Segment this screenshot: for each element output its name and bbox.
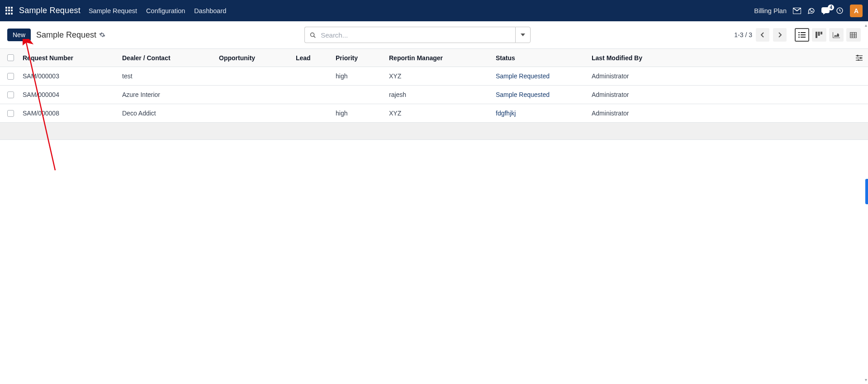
side-tab-handle[interactable] — [865, 179, 868, 204]
gear-icon[interactable] — [99, 32, 105, 38]
cell-modified-by: Administrator — [590, 110, 689, 117]
chat-badge: 4 — [828, 5, 834, 10]
col-manager[interactable]: Reportin Manager — [387, 54, 494, 62]
table-footer-spacer — [0, 123, 868, 140]
table-row[interactable]: SAM/000008 Deco Addict high XYZ fdgfhjkj… — [0, 104, 868, 123]
row-checkbox[interactable] — [7, 110, 14, 117]
svg-rect-20 — [856, 58, 863, 58]
svg-point-1 — [311, 33, 314, 36]
nav-link-dashboard[interactable]: Dashboard — [194, 7, 226, 14]
svg-rect-9 — [816, 32, 817, 38]
view-switcher — [795, 28, 861, 42]
breadcrumb: Sample Request — [36, 30, 105, 40]
view-kanban-button[interactable] — [812, 28, 826, 42]
table-header: Request Number Dealer / Contact Opportun… — [0, 49, 868, 67]
svg-line-2 — [314, 36, 316, 38]
select-all-checkbox[interactable] — [7, 54, 14, 61]
svg-rect-22 — [856, 60, 863, 60]
cell-modified-by: Administrator — [590, 72, 689, 80]
svg-rect-11 — [821, 32, 822, 34]
brand-title[interactable]: Sample Request — [19, 6, 81, 15]
nav-link-configuration[interactable]: Configuration — [146, 7, 185, 14]
cell-dealer: Azure Interior — [120, 91, 217, 98]
search-box[interactable] — [304, 27, 515, 43]
filter-columns-icon[interactable] — [850, 55, 868, 61]
row-checkbox[interactable] — [7, 73, 14, 80]
search-input[interactable] — [320, 31, 511, 39]
cell-request-number: SAM/000003 — [21, 72, 120, 80]
cell-priority: high — [334, 72, 387, 80]
pager-prev-button[interactable] — [756, 28, 769, 42]
pager-next-button[interactable] — [773, 28, 787, 42]
billing-plan-link[interactable]: Billing Plan — [754, 7, 787, 14]
svg-rect-18 — [856, 55, 863, 56]
search-icon — [309, 32, 316, 38]
svg-rect-7 — [798, 37, 800, 38]
col-request-number[interactable]: Request Number — [21, 54, 120, 62]
mail-icon[interactable] — [793, 8, 801, 14]
col-modified-by[interactable]: Last Modified By — [590, 54, 689, 62]
cell-request-number: SAM/000004 — [21, 91, 120, 98]
col-status[interactable]: Status — [494, 54, 590, 62]
nav-right: Billing Plan 4 A — [754, 5, 863, 17]
cell-manager: XYZ — [387, 72, 494, 80]
apps-grid-icon[interactable] — [5, 7, 14, 15]
avatar[interactable]: A — [850, 5, 863, 17]
svg-rect-3 — [798, 32, 800, 33]
clock-icon[interactable] — [836, 7, 844, 14]
scroll-up-icon: ▴ — [865, 23, 867, 28]
chat-icon[interactable]: 4 — [821, 7, 830, 14]
col-lead[interactable]: Lead — [294, 54, 334, 62]
svg-rect-4 — [801, 32, 806, 33]
cell-manager: XYZ — [387, 110, 494, 117]
top-navbar: Sample Request Sample Request Configurat… — [0, 0, 868, 21]
data-table: Request Number Dealer / Contact Opportun… — [0, 49, 868, 140]
col-priority[interactable]: Priority — [334, 54, 387, 62]
search-dropdown-toggle[interactable] — [515, 27, 531, 43]
table-row[interactable]: SAM/000004 Azure Interior rajesh Sample … — [0, 86, 868, 104]
col-dealer[interactable]: Dealer / Contact — [120, 54, 217, 62]
table-row[interactable]: SAM/000003 test high XYZ Sample Requeste… — [0, 67, 868, 86]
pager: 1-3 / 3 — [734, 28, 787, 42]
cell-modified-by: Administrator — [590, 91, 689, 98]
svg-rect-8 — [801, 37, 806, 38]
cell-dealer: test — [120, 72, 217, 80]
cell-status[interactable]: fdgfhjkj — [494, 110, 590, 117]
svg-rect-6 — [801, 34, 806, 35]
nav-links: Sample Request Configuration Dashboard — [89, 7, 226, 14]
cell-dealer: Deco Addict — [120, 110, 217, 117]
row-checkbox[interactable] — [7, 91, 14, 98]
svg-rect-12 — [850, 32, 857, 38]
svg-rect-5 — [798, 34, 800, 35]
cell-request-number: SAM/000008 — [21, 110, 120, 117]
scroll-down-icon: ▾ — [865, 377, 867, 382]
cell-status[interactable]: Sample Requested — [494, 72, 590, 80]
new-button[interactable]: New — [7, 29, 31, 41]
col-opportunity[interactable]: Opportunity — [217, 54, 294, 62]
cell-status[interactable]: Sample Requested — [494, 91, 590, 98]
cell-manager: rajesh — [387, 91, 494, 98]
whatsapp-icon[interactable] — [807, 7, 815, 14]
view-list-button[interactable] — [795, 28, 809, 42]
search-wrap — [304, 27, 531, 43]
view-pivot-button[interactable] — [846, 28, 861, 42]
control-bar: New Sample Request 1-3 / 3 — [0, 21, 868, 49]
view-graph-button[interactable] — [829, 28, 844, 42]
breadcrumb-text: Sample Request — [36, 30, 96, 40]
cell-priority: high — [334, 110, 387, 117]
svg-rect-10 — [818, 32, 820, 36]
nav-link-sample-request[interactable]: Sample Request — [89, 7, 137, 14]
pager-text: 1-3 / 3 — [734, 31, 752, 38]
